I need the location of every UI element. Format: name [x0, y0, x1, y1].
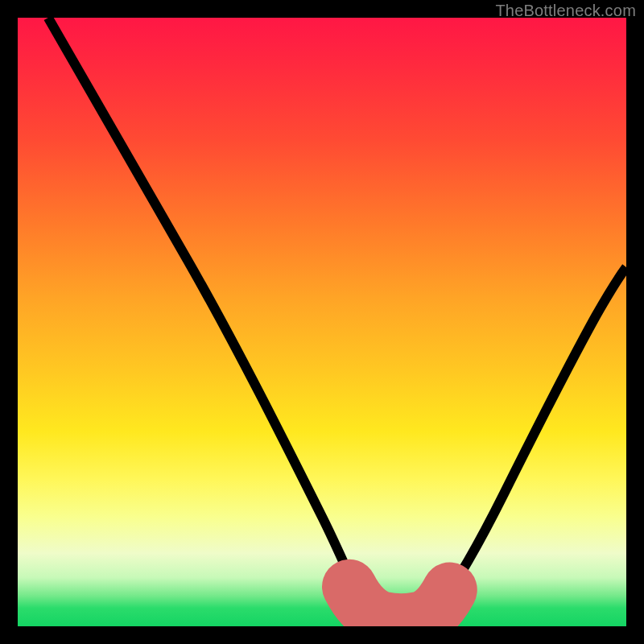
- curve-svg: [18, 18, 626, 626]
- chart-frame: TheBottleneck.com: [0, 0, 644, 644]
- watermark-text: TheBottleneck.com: [495, 2, 636, 20]
- highlight-bottom-segment: [349, 587, 450, 621]
- curve-right-branch: [438, 267, 626, 608]
- curve-left-branch: [48, 18, 365, 608]
- plot-area: [18, 18, 626, 626]
